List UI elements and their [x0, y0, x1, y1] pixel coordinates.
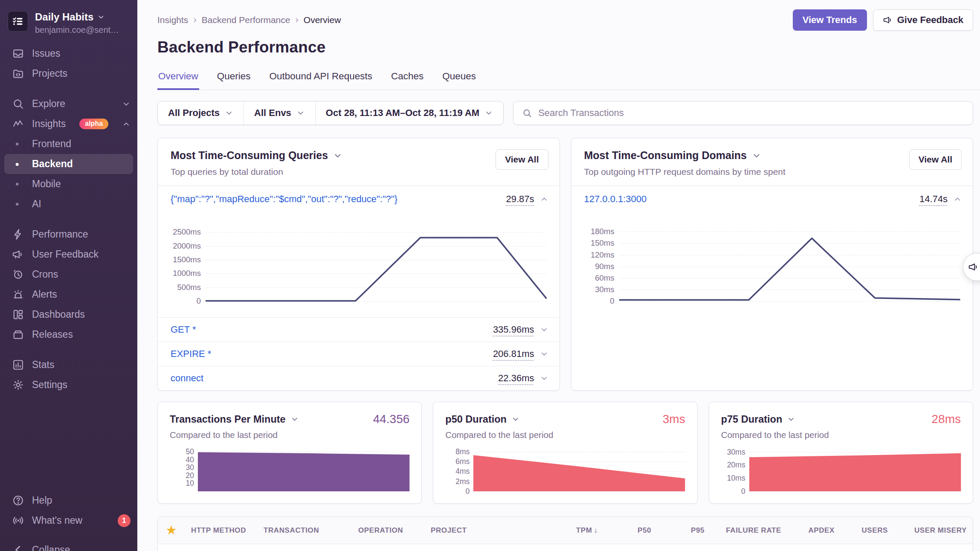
p50-value: 3ms	[663, 412, 685, 426]
sidebar-item-issues[interactable]: Issues	[0, 44, 137, 64]
query-total-time[interactable]: 335.96ms	[493, 324, 534, 335]
column-header-tpm[interactable]: TPM↓	[531, 526, 604, 535]
org-switcher[interactable]: Daily Habits benjamin.coe@sent…	[0, 9, 137, 44]
domains-trend-chart-block: 180ms150ms120ms90ms60ms30ms0	[571, 212, 973, 317]
chevron-down-icon[interactable]	[540, 325, 548, 334]
org-name: Daily Habits	[35, 11, 93, 23]
tab-queries[interactable]: Queries	[216, 71, 252, 90]
search-icon	[522, 108, 532, 118]
chevron-up-icon[interactable]	[540, 195, 548, 203]
sidebar-item-ai[interactable]: • AI	[0, 194, 137, 214]
p50-chart-block: 8ms6ms4ms2ms0	[445, 449, 685, 491]
filter-segmented-control: All Projects All Envs Oct 28, 11:13 AM–O…	[157, 101, 504, 125]
tab-caches[interactable]: Caches	[390, 71, 424, 90]
column-header-http-method[interactable]: HTTP METHOD	[185, 526, 258, 535]
column-header-users[interactable]: USERS	[841, 526, 894, 535]
p75-chart-y-axis: 30ms20ms10ms0	[721, 449, 749, 491]
chevron-down-icon[interactable]	[540, 350, 548, 358]
p50-panel-title[interactable]: p50 Duration	[445, 414, 520, 425]
sidebar-item-projects[interactable]: Projects	[0, 64, 137, 84]
query-total-time[interactable]: 29.87s	[506, 194, 534, 205]
query-link[interactable]: GET *	[171, 324, 196, 335]
domain-link[interactable]: 127.0.0.1:3000	[584, 194, 647, 205]
sidebar-item-explore[interactable]: Explore	[0, 94, 137, 114]
environment-filter[interactable]: All Envs	[244, 102, 315, 125]
date-range-filter[interactable]: Oct 28, 11:13 AM–Oct 28, 11:19 AM	[315, 102, 503, 125]
tab-outbound-api-requests[interactable]: Outbound API Requests	[269, 71, 373, 90]
environment-filter-label: All Envs	[254, 107, 291, 119]
lightning-icon	[12, 228, 24, 241]
sidebar-item-label: Releases	[32, 329, 73, 340]
sidebar-item-collapse[interactable]: Collapse	[0, 540, 137, 551]
org-email: benjamin.coe@sent…	[35, 25, 119, 35]
search-transactions-input[interactable]	[538, 107, 964, 119]
queries-panel-title[interactable]: Most Time-Consuming Queries	[171, 149, 496, 162]
megaphone-icon	[12, 248, 24, 261]
chevron-down-icon	[787, 415, 795, 423]
search-box	[513, 101, 973, 125]
column-header-transaction[interactable]: TRANSACTION	[258, 526, 352, 535]
sidebar-item-performance[interactable]: Performance	[0, 224, 137, 244]
column-header-user-misery[interactable]: USER MISERY	[894, 526, 973, 535]
project-filter[interactable]: All Projects	[158, 102, 244, 125]
chevron-down-icon	[122, 100, 130, 108]
domain-total-time[interactable]: 14.74s	[919, 194, 948, 205]
query-link[interactable]: EXPIRE *	[171, 348, 211, 360]
sidebar-item-frontend[interactable]: • Frontend	[0, 134, 137, 154]
column-header-apdex[interactable]: APDEX	[787, 526, 841, 535]
sidebar-item-alerts[interactable]: Alerts	[0, 284, 137, 304]
bar-chart-icon	[12, 359, 24, 371]
query-link[interactable]: connect	[171, 373, 203, 384]
query-total-time[interactable]: 22.36ms	[498, 373, 534, 384]
breadcrumb-backend-performance[interactable]: Backend Performance	[202, 15, 290, 25]
sidebar-item-mobile[interactable]: • Mobile	[0, 174, 137, 194]
breadcrumb-insights[interactable]: Insights	[157, 15, 188, 25]
query-row-get: GET * 335.96ms	[158, 317, 560, 342]
checklist-logo-icon	[12, 15, 24, 28]
p50-chart-y-axis: 8ms6ms4ms2ms0	[445, 449, 473, 491]
sidebar-item-crons[interactable]: Crons	[0, 264, 137, 284]
query-link[interactable]: {"map":"?","mapReduce":"$cmd","out":"?",…	[171, 194, 397, 205]
sidebar-item-whats-new[interactable]: What's new 1	[0, 510, 137, 531]
sidebar-nav: Issues Projects Explore Insights alpha	[0, 44, 137, 395]
chevron-down-icon[interactable]	[540, 374, 548, 383]
tab-overview[interactable]: Overview	[157, 71, 199, 90]
sidebar-item-insights[interactable]: Insights alpha	[0, 114, 137, 134]
sidebar-item-settings[interactable]: Settings	[0, 375, 137, 395]
sidebar-item-backend[interactable]: • Backend	[4, 154, 133, 174]
view-trends-button[interactable]: View Trends	[793, 9, 867, 31]
give-feedback-button[interactable]: Give Feedback	[873, 9, 973, 31]
sidebar-item-label: Frontend	[32, 138, 71, 150]
sidebar-item-user-feedback[interactable]: User Feedback	[0, 244, 137, 264]
tab-queues[interactable]: Queues	[441, 71, 477, 90]
column-header-p50[interactable]: P50	[604, 526, 657, 535]
domains-panel-title[interactable]: Most Time-Consuming Domains	[584, 149, 909, 162]
p50-subtitle: Compared to the last period	[445, 430, 685, 440]
sidebar-item-releases[interactable]: Releases	[0, 325, 137, 345]
page-title: Backend Performance	[157, 38, 973, 56]
column-header-failure-rate[interactable]: FAILURE RATE	[710, 526, 787, 535]
sidebar-item-dashboards[interactable]: Dashboards	[0, 304, 137, 325]
column-header-operation[interactable]: OPERATION	[352, 526, 425, 535]
sidebar-item-help[interactable]: Help	[0, 490, 137, 510]
queries-chart-plot	[206, 225, 547, 301]
megaphone-icon	[968, 261, 979, 273]
tpm-panel-title[interactable]: Transactions Per Minute	[170, 414, 299, 425]
chevron-down-icon	[296, 109, 305, 117]
domains-view-all-button[interactable]: View All	[909, 149, 962, 170]
sidebar-item-stats[interactable]: Stats	[0, 355, 137, 375]
star-column-header[interactable]: ★	[158, 524, 185, 537]
queries-panel-subtitle: Top queries by total duration	[171, 167, 496, 177]
sidebar-item-label: Projects	[32, 68, 67, 79]
top-actions: View Trends Give Feedback	[793, 9, 973, 31]
chevron-up-icon[interactable]	[953, 195, 962, 203]
p75-panel-title[interactable]: p75 Duration	[721, 414, 796, 425]
queries-view-all-button[interactable]: View All	[496, 149, 548, 170]
chevron-down-icon	[752, 151, 761, 160]
column-header-p95[interactable]: P95	[657, 526, 710, 535]
sidebar-item-label: Help	[32, 495, 52, 506]
query-total-time[interactable]: 206.81ms	[493, 348, 534, 360]
column-header-project[interactable]: PROJECT	[425, 526, 531, 535]
chevron-left-icon	[12, 544, 24, 551]
chevron-down-icon	[484, 109, 493, 117]
